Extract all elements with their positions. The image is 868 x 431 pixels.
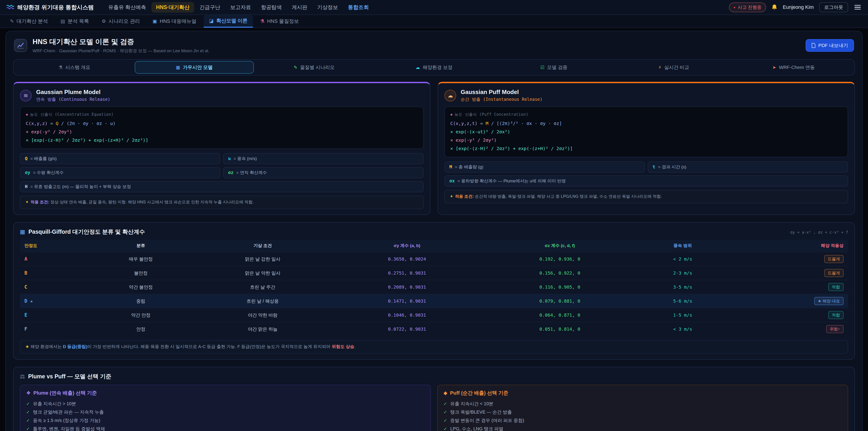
pdf-export-label: PDF 내보내기 <box>818 42 848 49</box>
cloud-icon: ☁ <box>415 65 420 70</box>
lightning-icon: ⚡ <box>658 65 661 70</box>
balance-icon: ⚖ <box>20 373 25 380</box>
tab-label: 실시간 비교 <box>664 64 689 70</box>
check-box-icon: ☑ <box>540 65 544 70</box>
tab-label: 물질별 시나리오 <box>300 64 335 70</box>
table-footnote: ★해양 환경에서는 D 등급(중립)이 가장 빈번하게 나타난다. 해풍·육풍 … <box>20 340 848 354</box>
document-icon <box>811 43 815 48</box>
brand-title: 해양환경 위기대응 통합시스템 <box>17 4 94 11</box>
puff-title: Gaussian Puff Model <box>461 89 542 96</box>
star-icon: ★ <box>25 344 29 349</box>
main-navigation: 유출유 확산예측 HNS·대기확산 긴급구난 보고자료 항공탐색 게시판 기상정… <box>104 2 373 13</box>
plume-subtitle: 연속 방출 (Continuous Release) <box>36 96 110 102</box>
rocket-icon: ➤ <box>772 65 776 70</box>
pin-icon: ◈ <box>450 112 453 117</box>
plume-eq-line3: × [exp(-(z-H)² / 2σz²) + exp(-(z+H)² / 2… <box>26 136 418 145</box>
col-grade: 안정도 <box>20 240 89 252</box>
plume-application-note: ✦적용 조건: 정상 상태 연속 배출, 균질 풍속, 평탄 지형. 해양 HN… <box>20 195 424 209</box>
col-applicability: 해양 적용성 <box>727 240 848 252</box>
col-class: 분류 <box>89 240 193 252</box>
applicability-badge: 적합 <box>828 283 844 291</box>
list-item: ✓유출 지속시간 < 10분 <box>443 400 842 408</box>
selection-title: Plume vs Puff — 모델 선택 기준 <box>28 373 111 380</box>
plume-card-header: ≋ Gaussian Plume Model 연속 방출 (Continuous… <box>20 89 424 102</box>
check-icon: ✓ <box>26 401 30 406</box>
subnav-tab-hns-manual[interactable]: ▣ HNS 대응매뉴얼 <box>147 15 202 28</box>
nav-item-reports[interactable]: 보고자료 <box>226 2 256 13</box>
param-t: t = 경과 시간 (s) <box>648 161 848 173</box>
gear-icon: ⚙ <box>102 19 106 24</box>
pencil-icon: ✎ <box>293 65 298 70</box>
gaussian-puff-card: ☁ Gaussian Puff Model 순간 방출 (Instantaneo… <box>438 82 855 215</box>
tab-model-validation[interactable]: ☑ 모델 검증 <box>494 61 613 74</box>
bulb-icon: ✦ <box>25 200 29 204</box>
puff-criteria-header: ◆ Puff (순간 배출) 선택 기준 <box>443 390 842 396</box>
list-item: ✓LPG, 수소, LNG 탱크 파열 <box>443 425 842 431</box>
applicability-badge: 드물게 <box>824 269 844 277</box>
tab-realtime-compare[interactable]: ⚡ 실시간 비교 <box>614 61 733 74</box>
tab-substance-scenario[interactable]: ✎ 물질별 시나리오 <box>255 61 374 74</box>
model-selection-card: ⚖ Plume vs Puff — 모델 선택 기준 ❖ Plume (연속 배… <box>13 367 855 431</box>
plume-avatar-icon: ≋ <box>20 90 32 101</box>
pasquill-table-card: ▦ Pasquill-Gifford 대기안정도 분류 및 확산계수 σy = … <box>13 222 855 360</box>
nav-item-aerial-search[interactable]: 항공탐색 <box>256 2 286 13</box>
tab-gaussian-model[interactable]: ▦ 가우시안 모델 <box>135 61 254 74</box>
brand[interactable]: 해양환경 위기대응 통합시스템 <box>6 4 94 11</box>
sigma-formula: σy = a·xᵇ , σz = c·xᵈ + f <box>790 230 848 235</box>
nav-item-board[interactable]: 게시판 <box>287 2 312 13</box>
plume-equation-block: ◈농도 산출식 (Concentration Equation) C(x,y,z… <box>20 106 424 149</box>
nav-item-oil-spill[interactable]: 유출유 확산예측 <box>104 2 151 13</box>
puff-criteria-list: ✓유출 지속시간 < 10분 ✓탱크 폭발/BLEVE — 순간 방출 ✓증발 … <box>443 400 842 431</box>
check-icon: ✓ <box>26 409 30 415</box>
subnav-tab-hns-substance[interactable]: ⚗ HNS 물질정보 <box>255 15 304 28</box>
table-row: A 매우 불안정 맑은 날 강한 일사 0.3658, 0.9024 0.192… <box>20 252 848 266</box>
tab-label: 가우시안 모델 <box>183 64 213 70</box>
plume-params: Q = 배출률 (g/s) u = 풍속 (m/s) σy = 수평 확산계수 … <box>20 153 424 192</box>
puff-eq-line4: × [exp(-(z-H)² / 2σz²) + exp(-(z+H)² / 2… <box>450 145 842 153</box>
gem-purple-icon: ❖ <box>26 390 31 396</box>
table-row-highlight: D ★ 중립 흐린 날 / 해상풍 0.1471, 0.9031 0.079, … <box>20 294 848 308</box>
subnav-tab-label: 시나리오 관리 <box>109 18 140 25</box>
notification-bell-icon[interactable] <box>772 4 777 10</box>
puff-subtitle: 순간 방출 (Instantaneous Release) <box>461 96 542 102</box>
page-title: HNS 대기확산 모델 이론 및 검증 <box>33 37 209 47</box>
wave-logo-icon <box>6 4 14 10</box>
subnav-tab-analysis-list[interactable]: ▤ 분석 목록 <box>55 15 94 28</box>
check-icon: ✓ <box>26 418 30 423</box>
nav-item-rescue[interactable]: 긴급구난 <box>195 2 225 13</box>
plume-title: Gaussian Plume Model <box>36 89 110 96</box>
selection-title-row: ⚖ Plume vs Puff — 모델 선택 기준 <box>20 373 848 380</box>
tab-marine-correction[interactable]: ☁ 해양환경 보정 <box>375 61 493 74</box>
pencil-icon: ✎ <box>10 19 14 24</box>
subnav-tab-scenario-manage[interactable]: ⚙ 시나리오 관리 <box>96 15 145 28</box>
plume-criteria-header: ❖ Plume (연속 배출) 선택 기준 <box>26 390 425 396</box>
menu-hamburger-icon[interactable] <box>854 3 862 11</box>
page-header-text: HNS 대기확산 모델 이론 및 검증 WRF-Chem · Gaussian … <box>33 37 209 54</box>
bar-chart-icon: ▦ <box>176 65 180 70</box>
list-icon: ▤ <box>61 19 65 24</box>
tab-system-overview[interactable]: ⚗ 시스템 개요 <box>15 61 134 74</box>
param-m: M = 총 배출량 (g) <box>444 161 645 173</box>
subnav-tab-diffusion-analysis[interactable]: ✎ 대기확산 분석 <box>4 15 53 28</box>
pdf-export-button[interactable]: PDF 내보내기 <box>806 39 854 52</box>
check-icon: ✓ <box>443 409 447 415</box>
check-icon: ✓ <box>443 401 447 406</box>
tab-label: 모델 검증 <box>547 64 567 70</box>
tab-wrfchem-link[interactable]: ➤ WRF-Chem 연동 <box>734 61 853 74</box>
logout-button[interactable]: 로그아웃 <box>819 2 848 12</box>
subnav-tab-label: HNS 대응매뉴얼 <box>160 18 197 25</box>
nav-item-integrated-search[interactable]: 통합조회 <box>344 2 373 13</box>
nav-item-hns-diffusion[interactable]: HNS·대기확산 <box>151 2 194 13</box>
nav-item-weather[interactable]: 기상정보 <box>313 2 343 13</box>
plume-criteria-list: ✓유출 지속시간 > 10분 ✓탱크 균열/배관 파손 — 지속적 누출 ✓풍속… <box>26 400 425 431</box>
list-item: ✓유출 지속시간 > 10분 <box>26 400 425 408</box>
applicability-badge: 적합 <box>828 311 844 319</box>
table-row: C 약간 불안정 흐린 날 주간 0.2089, 0.9031 0.116, 0… <box>20 280 848 294</box>
param-q: Q = 배출률 (g/s) <box>20 153 220 164</box>
pasquill-title: Pasquill-Gifford 대기안정도 분류 및 확산계수 <box>29 228 145 236</box>
subnav-tab-model-theory[interactable]: ◪ 확산모델 이론 <box>204 15 253 28</box>
table-row: F 안정 야간 맑은 하늘 0.0722, 0.9031 0.051, 0.81… <box>20 322 848 336</box>
subnav-tab-label: HNS 물질정보 <box>267 18 299 25</box>
tab-label: 해양환경 보정 <box>423 64 453 70</box>
plume-eq-line1: C(x,y,z) = Q / (2π · σy · σz · u) <box>26 119 418 128</box>
